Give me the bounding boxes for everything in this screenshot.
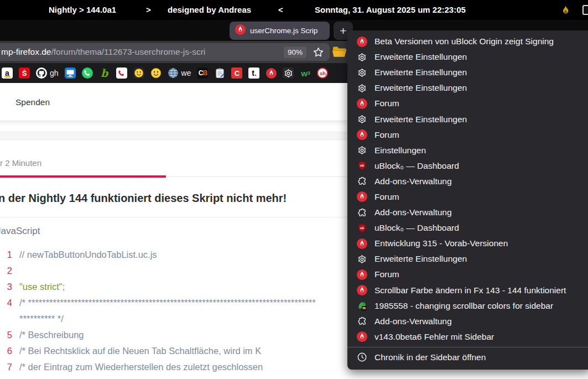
gear-icon xyxy=(357,114,367,124)
line-number: 1 xyxy=(0,247,19,263)
menu-item-label: Forum xyxy=(374,130,399,140)
menu-item[interactable]: Erweiterte Einstellungen xyxy=(347,49,588,65)
line-number: 8 xyxy=(0,375,19,379)
menu-item-label: Entwicklung 315 - Vorab-Versionen xyxy=(374,238,508,248)
post-timestamp: r 2 Minuten xyxy=(0,158,41,168)
bookmark-smiley-dark[interactable] xyxy=(133,68,144,79)
tab-label: userChrome.js Scrip xyxy=(250,27,318,35)
url-path: /forum/thema/112673-userchrome-js-scri xyxy=(51,47,205,56)
tab-history-menu: Beta Versionen von uBlock Origin zeigt S… xyxy=(347,30,588,370)
menu-item-label: Beta Versionen von uBlock Origin zeigt S… xyxy=(374,37,554,46)
menu-item-open-history-sidebar[interactable]: Chronik in der Sidebar öffnen xyxy=(347,350,588,365)
campfire-flame-icon xyxy=(357,129,367,140)
menu-item-label: Scrollbar Farbe ändern in Fx 143 - 144 f… xyxy=(374,285,566,295)
line-number: 5 xyxy=(0,327,19,343)
titlebar-separator: > xyxy=(146,5,151,14)
gear-icon xyxy=(357,254,367,264)
gold-flame-icon xyxy=(560,5,570,18)
campfire-flame-icon xyxy=(357,269,367,280)
bookmark-globe[interactable]: we xyxy=(168,68,191,79)
menu-item-label: Einstellungen xyxy=(374,146,426,155)
svg-text:m: m xyxy=(362,307,366,310)
bookmark-t-online[interactable]: t. xyxy=(248,68,259,79)
menu-item[interactable]: Beta Versionen von uBlock Origin zeigt S… xyxy=(347,34,588,49)
menu-item-label: Add-ons-Verwaltung xyxy=(374,316,452,326)
bookmark-sh[interactable]: sh xyxy=(317,68,328,79)
menu-item[interactable]: Forum xyxy=(347,267,588,282)
menu-item[interactable]: Einstellungen xyxy=(347,143,588,158)
menu-item[interactable]: Erweiterte Einstellungen xyxy=(347,80,588,96)
gear-icon xyxy=(357,52,367,63)
bookmark-w3schools[interactable]: w3 xyxy=(300,68,311,79)
menu-item[interactable]: m1985558 - changing scrollbar colors for… xyxy=(347,298,588,314)
menu-item-label: Add-ons-Verwaltung xyxy=(374,176,452,186)
bookmark-telefonbuch[interactable] xyxy=(116,68,127,79)
line-number: 7 xyxy=(0,359,19,375)
menu-item-label: Erweiterte Einstellungen xyxy=(374,254,467,264)
bookmark-amazon[interactable]: a xyxy=(2,68,13,79)
menu-item[interactable]: Add-ons-Verwaltung xyxy=(347,174,588,189)
menu-item-label: Forum xyxy=(374,192,399,202)
titlebar-designer: designed by Andreas xyxy=(168,5,251,14)
tab-history-menu-list: Beta Versionen von uBlock Origin zeigt S… xyxy=(347,34,588,345)
menu-item[interactable]: ubuBlock₀ — Dashboard xyxy=(347,158,588,174)
menu-item[interactable]: ubuBlock₀ — Dashboard xyxy=(347,220,588,236)
menu-separator xyxy=(347,347,588,347)
zoom-level-badge[interactable]: 90% xyxy=(284,46,306,58)
menu-item[interactable]: Forum xyxy=(347,127,588,143)
bookmark-sparkasse[interactable]: Ṡ xyxy=(19,68,30,79)
titlebar-product: Nightly > 144.0a1 xyxy=(49,5,116,14)
gear-icon xyxy=(357,68,367,78)
menu-item[interactable]: Add-ons-Verwaltung xyxy=(347,205,588,220)
menu-item[interactable]: Add-ons-Verwaltung xyxy=(347,314,588,329)
donate-link[interactable]: Spenden xyxy=(15,97,50,107)
puzzle-icon xyxy=(357,176,367,186)
bookmark-chip[interactable]: C xyxy=(231,68,242,79)
url-domain: mp-firefox.de xyxy=(1,47,51,56)
active-tab-underline xyxy=(0,175,166,178)
partial-window-icon xyxy=(582,5,588,15)
campfire-flame-icon xyxy=(357,37,367,47)
menu-item[interactable]: Erweiterte Einstellungen xyxy=(347,65,588,80)
bookmark-vine-b[interactable]: b xyxy=(99,68,110,79)
menu-item-label: Chronik in der Sidebar öffnen xyxy=(374,352,486,362)
menu-item[interactable]: Entwicklung 315 - Vorab-Versionen xyxy=(347,236,588,251)
bookmark-smiley[interactable] xyxy=(150,68,162,79)
menu-item-label: 1985558 - changing scrollbar colors for … xyxy=(374,301,553,311)
line-number: 6 xyxy=(0,343,19,359)
menu-item-label: uBlock₀ — Dashboard xyxy=(374,161,459,171)
code-line: 8/* Customized by BrokenHeart*/ xyxy=(0,375,564,379)
menu-item-label: Erweiterte Einstellungen xyxy=(374,68,467,77)
bookmark-star-icon[interactable] xyxy=(310,44,326,60)
bookmark-gear-dark[interactable] xyxy=(283,68,294,79)
bookmark-campfire-flame[interactable] xyxy=(266,68,277,79)
menu-item[interactable]: Erweiterte Einstellungen xyxy=(347,251,588,267)
puzzle-icon xyxy=(357,316,367,326)
menu-item[interactable]: v143.0beta6 Fehler mit Sidebar xyxy=(347,329,588,345)
menu-item[interactable]: Scrollbar Farbe ändern in Fx 143 - 144 f… xyxy=(347,283,588,298)
menu-item[interactable]: Erweiterte Einstellungen xyxy=(347,111,588,127)
bookmark-github[interactable]: gh xyxy=(36,68,59,79)
gear-icon xyxy=(357,145,367,155)
menu-item-label: Forum xyxy=(374,98,399,108)
url-text: mp-firefox.de/forum/thema/112673-userchr… xyxy=(1,47,280,57)
menu-item[interactable]: Forum xyxy=(347,189,588,205)
post-heading: n der Nightly 144 funktioniert dieses Sk… xyxy=(0,192,287,205)
gear-icon xyxy=(357,83,367,94)
titlebar-separator: < xyxy=(278,5,283,14)
menu-item-label: v143.0beta6 Fehler mit Sidebar xyxy=(374,332,494,342)
bookmark-label: gh xyxy=(50,69,59,77)
titlebar-datetime: Sonntag, 31. August 2025 um 22:23:05 xyxy=(315,5,466,14)
bugzilla-dino-icon: m xyxy=(357,300,367,311)
url-bar[interactable]: mp-firefox.de/forum/thema/112673-userchr… xyxy=(0,43,330,61)
bookmark-clipboard[interactable] xyxy=(214,68,225,79)
ublock-shield-icon: ub xyxy=(357,160,367,171)
bookmark-whatsapp[interactable] xyxy=(82,68,93,79)
menu-item[interactable]: Forum xyxy=(347,96,588,111)
bookmark-computerbase[interactable]: CB xyxy=(197,68,208,79)
clock-icon xyxy=(357,352,367,362)
tab-userchrome-script[interactable]: userChrome.js Scrip xyxy=(230,22,330,40)
ublock-shield-icon: ub xyxy=(357,223,367,233)
bookmark-monitor[interactable] xyxy=(65,68,76,79)
downloads-folder-icon[interactable] xyxy=(332,45,347,60)
